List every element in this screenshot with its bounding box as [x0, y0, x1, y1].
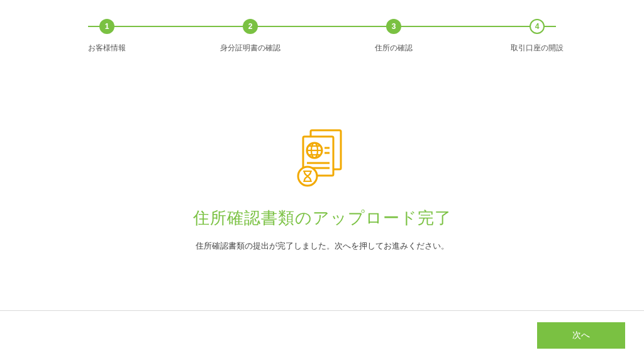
- progress-stepper: 1 お客様情報 2 身分証明書の確認 3 住所の確認 4 取引口座の開設: [0, 0, 644, 53]
- step-1: 1 お客様情報: [69, 19, 145, 53]
- step-circle-4: 4: [530, 19, 545, 34]
- step-label-4: 取引口座の開設: [511, 43, 564, 53]
- step-4: 4 取引口座の開設: [499, 19, 575, 53]
- upload-complete-headline: 住所確認書類のアップロード完了: [193, 207, 452, 229]
- footer-bar: 次へ: [0, 310, 644, 360]
- step-circle-3: 3: [386, 19, 401, 34]
- step-circle-1: 1: [99, 19, 114, 34]
- step-label-2: 身分証明書の確認: [220, 43, 280, 53]
- next-button[interactable]: 次へ: [537, 322, 625, 349]
- step-3: 3 住所の確認: [356, 19, 431, 53]
- document-pending-icon: [294, 129, 350, 189]
- stepper-line: [88, 26, 556, 27]
- step-2: 2 身分証明書の確認: [213, 19, 288, 53]
- step-label-3: 住所の確認: [375, 43, 413, 53]
- step-label-1: お客様情報: [88, 43, 126, 53]
- upload-complete-subtext: 住所確認書類の提出が完了しました。次へを押してお進みください。: [196, 240, 449, 252]
- step-circle-2: 2: [243, 19, 258, 34]
- main-content: 住所確認書類のアップロード完了 住所確認書類の提出が完了しました。次へを押してお…: [0, 53, 644, 252]
